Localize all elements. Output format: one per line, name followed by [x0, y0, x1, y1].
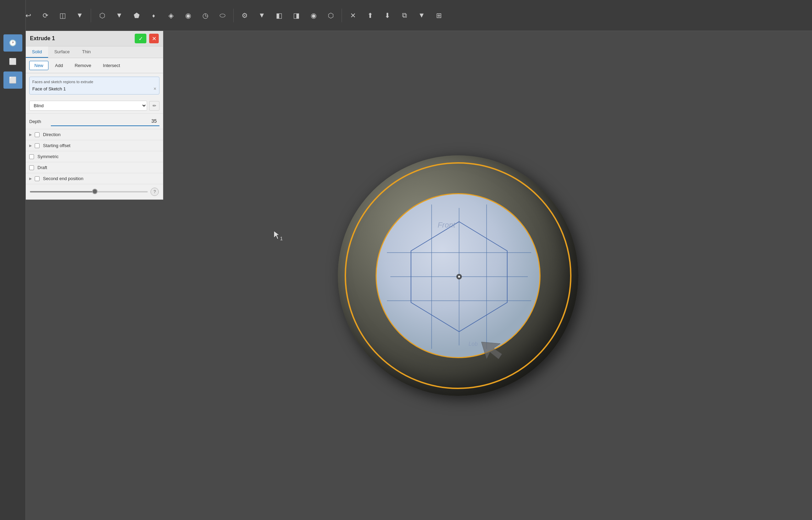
- toolbar-icon-views[interactable]: ⧉: [397, 8, 412, 23]
- symmetric-label: Symmetric: [37, 154, 58, 159]
- toolbar-icon-export[interactable]: ⬆: [363, 8, 378, 23]
- panel-title: Extrude 1: [30, 35, 55, 42]
- draft-row[interactable]: Draft: [26, 162, 163, 173]
- second-end-checkbox[interactable]: [35, 176, 40, 181]
- front-label: Front: [437, 221, 455, 230]
- toolbar-icon-shell[interactable]: ◉: [180, 8, 196, 23]
- cancel-button[interactable]: ✕: [149, 34, 159, 43]
- starting-offset-arrow-icon: ▶: [29, 144, 32, 147]
- draft-label: Draft: [37, 165, 47, 170]
- toolbar-icon-view1[interactable]: ◧: [271, 8, 287, 23]
- toolbar-icon-shape1[interactable]: ◫: [55, 8, 70, 23]
- slider-track[interactable]: [30, 191, 148, 192]
- slider-fill: [30, 191, 95, 192]
- toolbar-icon-simulation[interactable]: ⬡: [323, 8, 338, 23]
- toolbar-icon-assembly[interactable]: ⚙: [237, 8, 252, 23]
- operation-subtabs: New Add Remove Intersect: [26, 58, 163, 73]
- toolbar-icon-import[interactable]: ⬇: [380, 8, 395, 23]
- depth-row: Depth: [26, 114, 163, 129]
- left-sidebar: 🕐 ⬜ ⬜: [0, 0, 26, 520]
- toolbar-icon-extrude[interactable]: ⬡: [94, 8, 110, 23]
- toolbar-icon-pattern[interactable]: ⬭: [215, 8, 230, 23]
- toolbar-icon-settings[interactable]: ⊞: [431, 8, 446, 23]
- svg-marker-9: [481, 342, 502, 359]
- starting-offset-row[interactable]: ▶ Starting offset: [26, 140, 163, 151]
- cursor-icon: [273, 230, 281, 240]
- starting-offset-label: Starting offset: [43, 143, 70, 148]
- toolbar-icon-material[interactable]: ◉: [306, 8, 321, 23]
- face-selector[interactable]: Faces and sketch regions to extrude Face…: [29, 77, 159, 95]
- direction-label: Direction: [43, 132, 60, 137]
- toolbar-icon-dropdown2[interactable]: ▼: [112, 8, 127, 23]
- toolbar-icon-dropdown1[interactable]: ▼: [72, 8, 87, 23]
- face-selector-label: Faces and sketch regions to extrude: [32, 80, 156, 84]
- sketch-lines: [377, 194, 542, 359]
- toolbar-icon-history[interactable]: ⟳: [38, 8, 53, 23]
- cursor-indicator: 1: [273, 230, 281, 241]
- toolbar-icon-view2[interactable]: ◨: [289, 8, 304, 23]
- tab-thin[interactable]: Thin: [76, 46, 97, 58]
- toolbar: ⬜ ↩ ⟳ ◫ ▼ ⬡ ▼ ⬟ ⬧ ◈ ◉ ◷ ⬭ ⚙ ▼ ◧ ◨ ◉ ⬡ ✕ …: [0, 0, 812, 31]
- lob-label: Lob: [468, 341, 478, 347]
- toolbar-icon-fillet[interactable]: ⬧: [146, 8, 161, 23]
- subtab-remove[interactable]: Remove: [69, 61, 96, 70]
- confirm-button[interactable]: ✓: [135, 34, 146, 43]
- panel-header: Extrude 1 ✓ ✕: [26, 31, 163, 46]
- svg-point-8: [458, 276, 460, 278]
- symmetric-checkbox[interactable]: [29, 154, 34, 159]
- tab-solid[interactable]: Solid: [26, 46, 48, 58]
- symmetric-row[interactable]: Symmetric: [26, 151, 163, 162]
- face-selector-value: Face of Sketch 1 ×: [32, 86, 156, 91]
- type-tabs: Solid Surface Thin: [26, 46, 163, 58]
- toolbar-icon-dropdown4[interactable]: ▼: [414, 8, 429, 23]
- inner-face: [376, 193, 541, 358]
- toolbar-sep-3: [342, 9, 342, 22]
- toolbar-sep-1: [91, 9, 91, 22]
- toolbar-icon-close[interactable]: ✕: [345, 8, 360, 23]
- sidebar-icon-history[interactable]: 🕐: [3, 34, 22, 52]
- toolbar-icon-dropdown3[interactable]: ▼: [254, 8, 269, 23]
- svg-marker-10: [274, 231, 279, 239]
- 3d-shape: Front Lob: [338, 155, 578, 396]
- depth-label: Depth: [29, 119, 48, 124]
- pencil-button[interactable]: ✏: [149, 101, 159, 111]
- direction-arrow-icon: ▶: [29, 133, 32, 136]
- slider-thumb[interactable]: [92, 189, 98, 194]
- subtab-add[interactable]: Add: [50, 61, 68, 70]
- toolbar-icon-chamfer[interactable]: ◈: [163, 8, 178, 23]
- panel-actions: ✓ ✕: [135, 34, 159, 43]
- slider-row: ?: [26, 184, 163, 199]
- second-end-row[interactable]: ▶ Second end position: [26, 173, 163, 184]
- tab-surface[interactable]: Surface: [48, 46, 76, 58]
- help-button[interactable]: ?: [151, 188, 159, 196]
- method-row: Blind Through All To Vertex To Face ✏: [26, 98, 163, 114]
- toolbar-icon-mirror[interactable]: ◷: [198, 8, 213, 23]
- second-end-arrow-icon: ▶: [29, 177, 32, 180]
- second-end-label: Second end position: [43, 176, 84, 181]
- direction-row[interactable]: ▶ Direction: [26, 129, 163, 140]
- sidebar-icon-parts[interactable]: ⬜: [3, 53, 22, 70]
- subtab-intersect[interactable]: Intersect: [98, 61, 125, 70]
- direction-checkbox[interactable]: [35, 132, 40, 137]
- toolbar-icon-revolve[interactable]: ⬟: [129, 8, 144, 23]
- draft-checkbox[interactable]: [29, 165, 34, 170]
- extrude-panel: Extrude 1 ✓ ✕ Solid Surface Thin New Add…: [26, 31, 163, 200]
- starting-offset-checkbox[interactable]: [35, 143, 40, 148]
- face-clear-button[interactable]: ×: [154, 86, 156, 91]
- subtab-new[interactable]: New: [29, 61, 48, 70]
- face-value-text: Face of Sketch 1: [32, 86, 66, 91]
- sidebar-icon-blue[interactable]: ⬜: [3, 71, 22, 89]
- toolbar-sep-2: [233, 9, 234, 22]
- method-select[interactable]: Blind Through All To Vertex To Face: [29, 101, 147, 111]
- depth-input[interactable]: [51, 117, 159, 126]
